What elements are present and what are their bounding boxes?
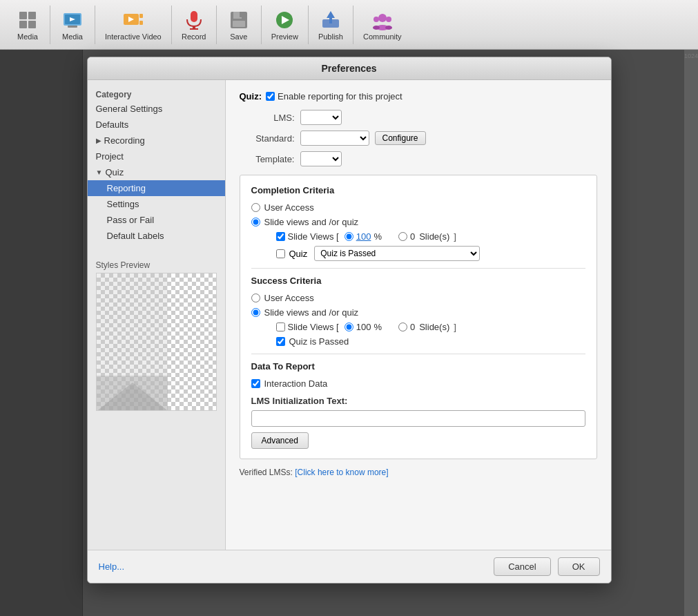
svg-rect-12 <box>191 11 197 22</box>
slide-views-checkbox-2[interactable] <box>276 323 285 331</box>
divider-2 <box>251 354 585 354</box>
slide-views-pct-value-2: 100 <box>356 322 371 332</box>
svg-rect-2 <box>19 21 27 28</box>
toolbar-btn-publish[interactable]: Publish <box>311 6 350 44</box>
verified-lms-link[interactable]: [Click here to know more] <box>295 468 388 477</box>
sidebar-item-defaults[interactable]: Defaults <box>88 117 225 133</box>
settings-label: Settings <box>107 199 139 209</box>
ok-button[interactable]: OK <box>558 557 600 576</box>
sidebar-item-general-settings[interactable]: General Settings <box>88 101 225 117</box>
completion-quiz-row: Quiz Quiz is Passed <box>251 246 585 261</box>
footer-buttons: Cancel OK <box>494 557 599 576</box>
svg-rect-3 <box>28 21 36 28</box>
toolbar-btn-record[interactable]: Record <box>175 6 213 44</box>
completion-quiz-checkbox[interactable] <box>276 249 285 258</box>
success-user-access-row: User Access <box>251 293 585 303</box>
interaction-data-checkbox[interactable] <box>251 379 260 388</box>
sv-radio-pct[interactable] <box>345 232 353 241</box>
svg-rect-17 <box>240 12 242 17</box>
sidebar-item-default-labels[interactable]: Default Labels <box>88 228 225 244</box>
publish-label: Publish <box>318 32 343 41</box>
bracket-end-2: ] <box>454 322 456 332</box>
standard-label: Standard: <box>240 133 295 144</box>
recording-arrow: ▶ <box>96 137 101 144</box>
quiz-section-label: Quiz: <box>240 91 262 102</box>
toolbar-group-left: Media <box>6 6 50 44</box>
quiz-is-passed-row: Quiz is Passed <box>251 336 585 347</box>
success-slide-views-label: Slide views and /or quiz <box>264 307 359 318</box>
toolbar-group-publish: Publish <box>309 6 353 44</box>
slide-views-pct-value[interactable]: 100 <box>356 231 371 242</box>
sidebar-item-recording[interactable]: ▶ Recording <box>88 133 225 148</box>
template-row: Template: <box>240 151 597 166</box>
record-icon <box>183 9 205 31</box>
toolbar: Media Media <box>0 0 698 50</box>
quiz-enable-row: Quiz: Enable reporting for this project <box>240 91 597 102</box>
toolbar-btn-media[interactable]: Media <box>53 6 92 44</box>
styles-preview-label: Styles Preview <box>96 260 217 270</box>
svg-point-25 <box>374 17 379 22</box>
completion-slide-views-radio[interactable] <box>251 218 260 227</box>
slides-label-2: Slide(s) <box>419 322 449 332</box>
toolbar-group-media: Media <box>50 6 95 44</box>
toolbar-btn-interactions[interactable]: Media <box>8 6 47 44</box>
quiz-is-passed-checkbox[interactable] <box>276 337 285 346</box>
default-labels-label: Default Labels <box>107 231 164 241</box>
cancel-button[interactable]: Cancel <box>494 557 550 576</box>
configure-button[interactable]: Configure <box>375 131 426 145</box>
toolbar-group-save: Save <box>217 6 262 44</box>
toolbar-btn-community[interactable]: Community <box>356 6 409 44</box>
completion-user-access-label: User Access <box>264 202 314 213</box>
completion-quiz-dropdown[interactable]: Quiz is Passed <box>314 246 480 261</box>
toolbar-group-community: Community <box>353 6 411 44</box>
lms-init-text-label: LMS Initialization Text: <box>251 396 585 406</box>
completion-slide-views-label: Slide views and /or quiz <box>264 217 359 227</box>
completion-user-access-radio[interactable] <box>251 203 260 212</box>
project-label: Project <box>96 151 124 162</box>
styles-preview-section: Styles Preview <box>88 255 225 416</box>
success-slide-views-radio[interactable] <box>251 308 260 317</box>
slide-views-zero-1: 0 <box>410 231 415 242</box>
quiz-arrow: ▼ <box>96 169 103 176</box>
lms-init-text-input[interactable] <box>251 410 585 427</box>
sv-radio-slides-2[interactable] <box>398 323 407 331</box>
sidebar-item-quiz[interactable]: ▼ Quiz <box>88 164 225 180</box>
sidebar-item-pass-or-fail[interactable]: Pass or Fail <box>88 212 225 228</box>
sv-radio-slides[interactable] <box>398 232 407 241</box>
toolbar-btn-interactive-video[interactable]: Interactive Video <box>98 6 168 44</box>
sidebar-item-reporting[interactable]: Reporting <box>88 180 225 196</box>
template-select[interactable] <box>300 151 342 166</box>
record-label: Record <box>182 32 206 41</box>
advanced-button[interactable]: Advanced <box>251 432 309 449</box>
lms-select[interactable] <box>300 110 342 125</box>
sidebar-item-project[interactable]: Project <box>88 148 225 164</box>
template-label: Template: <box>240 154 295 164</box>
modal-footer: Help... Cancel OK <box>88 550 611 583</box>
interaction-data-row: Interaction Data <box>251 378 585 389</box>
sv-radio-pct-2[interactable] <box>345 323 353 331</box>
toolbar-group-interactive: Interactive Video <box>95 6 172 44</box>
toolbar-btn-preview[interactable]: Preview <box>264 6 305 44</box>
sidebar-item-settings[interactable]: Settings <box>88 196 225 212</box>
pass-or-fail-label: Pass or Fail <box>107 215 155 225</box>
svg-rect-11 <box>139 21 143 25</box>
preview-label: Preview <box>271 32 298 41</box>
general-settings-label: General Settings <box>96 104 163 114</box>
svg-rect-1 <box>28 12 36 19</box>
standard-select[interactable] <box>300 131 369 146</box>
success-slide-views-row: Slide views and /or quiz <box>251 307 585 318</box>
svg-rect-7 <box>68 26 77 28</box>
enable-reporting-checkbox[interactable] <box>266 92 275 101</box>
toolbar-btn-save[interactable]: Save <box>220 6 258 44</box>
success-user-access-label: User Access <box>264 293 314 303</box>
slide-views-checkbox-1[interactable] <box>276 232 285 241</box>
success-user-access-radio[interactable] <box>251 293 260 302</box>
completion-quiz-label: Quiz <box>289 249 308 259</box>
main-content-box: Completion Criteria User Access Slide vi… <box>240 175 597 459</box>
modal-title-bar: Preferences <box>88 57 611 80</box>
slide-views-text-1: Slide Views [ <box>288 231 339 242</box>
interactive-video-label: Interactive Video <box>105 32 162 41</box>
help-link[interactable]: Help... <box>99 561 125 572</box>
lms-label: LMS: <box>240 113 295 123</box>
slide-views-pct-suffix: % <box>374 231 382 242</box>
